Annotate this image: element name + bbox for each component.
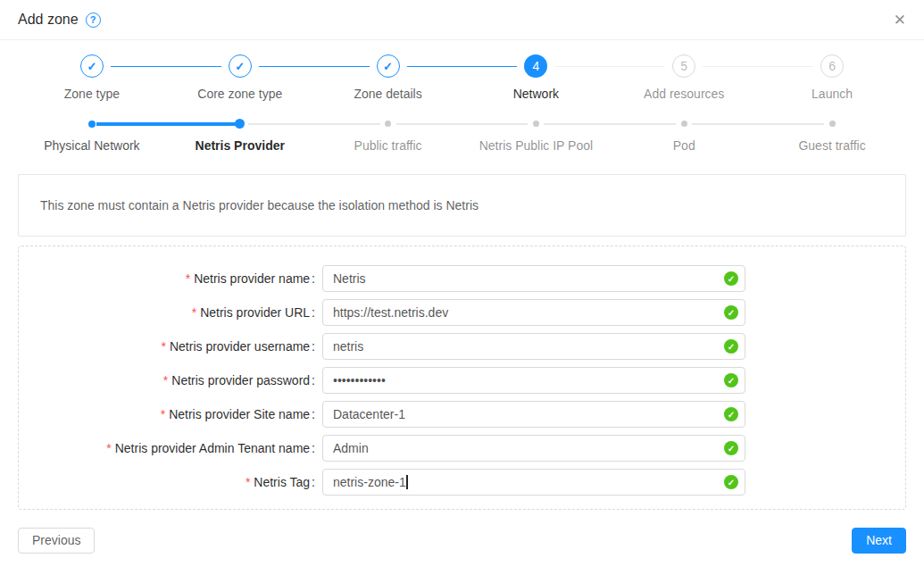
field-label-text: Netris provider Site name <box>169 407 310 421</box>
step-number: 4 <box>524 54 547 78</box>
modal-footer: Previous Next <box>0 510 924 554</box>
input-wrap: ✓ <box>322 265 745 292</box>
input-netris-provider-username[interactable] <box>322 333 745 360</box>
close-icon[interactable]: ✕ <box>894 12 906 28</box>
input-wrap: ✓ <box>322 299 745 326</box>
step-check-icon: ✓ <box>80 54 104 78</box>
input-wrap: ✓ <box>322 401 745 428</box>
label-colon: : <box>312 305 315 320</box>
step-launch[interactable]: 6Launch <box>758 54 906 101</box>
required-asterisk: * <box>161 339 165 354</box>
success-check-icon: ✓ <box>724 305 738 320</box>
input-netris-provider-site-name[interactable] <box>322 401 745 428</box>
field-label: *Netris provider username: <box>19 339 322 354</box>
field-label: *Netris provider password: <box>19 373 322 387</box>
field-label: *Netris provider URL: <box>19 305 322 320</box>
label-colon: : <box>312 407 315 421</box>
step-label: Zone details <box>314 87 462 101</box>
substep-dot-icon <box>829 121 836 127</box>
success-check-icon: ✓ <box>724 339 738 354</box>
input-netris-tag[interactable] <box>322 469 745 496</box>
required-asterisk: * <box>161 407 165 421</box>
field-label-text: Netris provider name <box>194 271 310 286</box>
step-zone-type[interactable]: ✓Zone type <box>18 54 166 101</box>
field-label-text: Netris provider username <box>170 339 310 354</box>
required-asterisk: * <box>106 441 111 455</box>
success-check-icon: ✓ <box>724 373 738 387</box>
substep-physical-network[interactable]: Physical Network <box>18 119 166 153</box>
form-row: *Netris Tag:✓ <box>19 469 884 496</box>
step-number: 5 <box>672 54 695 78</box>
substep-dot-wrap <box>166 119 314 129</box>
wizard-steps: ✓Zone type✓Core zone type✓Zone details4N… <box>18 54 906 101</box>
substep-netris-provider[interactable]: Netris Provider <box>166 119 314 153</box>
field-label: *Netris provider Admin Tenant name: <box>19 441 322 455</box>
input-wrap: ✓ <box>322 435 745 462</box>
step-label: Network <box>462 87 610 101</box>
modal-header: Add zone ? ✕ <box>0 0 924 40</box>
step-label: Zone type <box>18 87 166 101</box>
form-row: *Netris provider username:✓ <box>19 333 884 360</box>
field-label: *Netris provider name: <box>19 271 322 286</box>
substep-guest-traffic[interactable]: Guest traffic <box>758 119 906 153</box>
notice-box: This zone must contain a Netris provider… <box>18 174 906 237</box>
required-asterisk: * <box>163 373 168 387</box>
success-check-icon: ✓ <box>724 441 738 455</box>
step-label: Core zone type <box>166 87 314 101</box>
page-title: Add zone <box>18 12 79 28</box>
network-substeps: Physical NetworkNetris ProviderPublic tr… <box>18 119 906 153</box>
form-row: *Netris provider password:✓ <box>19 367 884 394</box>
step-core-zone-type[interactable]: ✓Core zone type <box>166 54 314 101</box>
input-netris-provider-password[interactable] <box>322 367 745 394</box>
substep-label: Netris Public IP Pool <box>462 138 610 153</box>
step-label: Add resources <box>610 87 758 101</box>
title-wrap: Add zone ? <box>18 12 101 28</box>
step-check-icon: ✓ <box>377 54 400 78</box>
input-netris-provider-name[interactable] <box>322 265 745 292</box>
substep-label: Netris Provider <box>166 138 314 153</box>
substep-dot-icon <box>681 121 687 127</box>
form-row: *Netris provider Site name:✓ <box>19 401 884 428</box>
field-label: *Netris Tag: <box>19 475 322 489</box>
next-button[interactable]: Next <box>852 528 906 554</box>
success-check-icon: ✓ <box>724 475 738 489</box>
substep-dot-wrap <box>18 119 166 129</box>
input-netris-provider-admin-tenant-name[interactable] <box>322 435 745 462</box>
required-asterisk: * <box>186 271 190 286</box>
substep-public-traffic[interactable]: Public traffic <box>314 119 462 153</box>
substep-label: Physical Network <box>18 138 166 153</box>
substep-netris-public-ip-pool[interactable]: Netris Public IP Pool <box>462 119 610 153</box>
previous-button[interactable]: Previous <box>18 528 95 554</box>
form-row: *Netris provider Admin Tenant name:✓ <box>19 435 884 462</box>
substep-dot-wrap <box>758 119 906 129</box>
substep-dot-icon <box>385 121 391 127</box>
step-add-resources[interactable]: 5Add resources <box>610 54 758 101</box>
step-label: Launch <box>758 87 906 101</box>
label-colon: : <box>312 339 315 354</box>
step-network[interactable]: 4Network <box>462 54 610 101</box>
substep-dot-icon <box>88 121 96 128</box>
substep-dot-wrap <box>462 119 610 129</box>
field-label: *Netris provider Site name: <box>19 407 322 421</box>
field-label-text: Netris provider password <box>171 373 310 387</box>
substep-dot-wrap <box>610 119 758 129</box>
substep-dot-wrap <box>314 119 462 129</box>
form-row: *Netris provider name:✓ <box>19 265 884 292</box>
add-zone-modal: Add zone ? ✕ ✓Zone type✓Core zone type✓Z… <box>0 0 924 554</box>
field-label-text: Netris provider Admin Tenant name <box>115 441 310 455</box>
substep-pod[interactable]: Pod <box>610 119 758 153</box>
required-asterisk: * <box>192 305 196 320</box>
substep-dot-icon <box>235 119 245 129</box>
input-wrap: ✓ <box>322 367 745 394</box>
substep-dot-icon <box>533 121 539 127</box>
input-wrap: ✓ <box>322 333 745 360</box>
required-asterisk: * <box>246 475 250 489</box>
substep-label: Pod <box>610 138 758 153</box>
help-icon[interactable]: ? <box>86 12 101 28</box>
step-check-icon: ✓ <box>229 54 252 78</box>
step-zone-details[interactable]: ✓Zone details <box>314 54 462 101</box>
text-cursor <box>406 475 408 489</box>
substep-label: Public traffic <box>314 138 462 153</box>
input-netris-provider-url[interactable] <box>322 299 745 326</box>
modal-body: ✓Zone type✓Core zone type✓Zone details4N… <box>0 54 924 510</box>
